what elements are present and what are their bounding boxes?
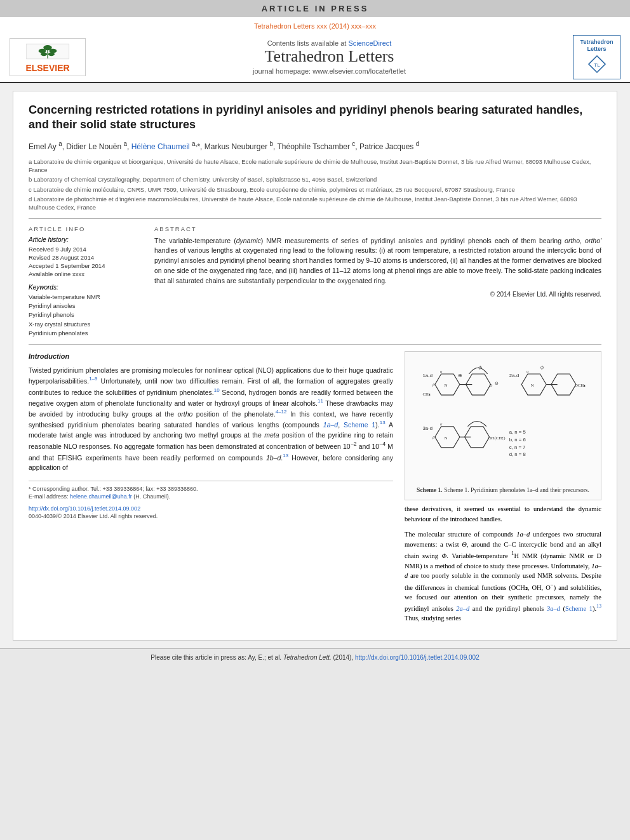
tetlett-diamond-icon: TL <box>587 55 607 74</box>
tetlett-logo: TetrahedronLetters TL <box>573 35 620 79</box>
contents-line: Contents lists available at ScienceDirec… <box>86 39 573 47</box>
article-info-section: Article history: Received 9 July 2014 Re… <box>29 236 143 338</box>
journal-citation-header: Tetrahedron Letters xxx (2014) xxx–xxx <box>0 17 630 32</box>
ref-4-12[interactable]: 4–12 <box>276 409 287 415</box>
svg-point-6 <box>48 52 55 56</box>
corresponding-author-note: * Corresponding author. Tel.: +33 389336… <box>29 485 393 493</box>
svg-text:α: α <box>440 369 443 373</box>
svg-text:Φ: Φ <box>478 365 482 371</box>
doi-links: http://dx.doi.org/10.1016/j.tetlet.2014.… <box>29 505 393 521</box>
revised-date: Revised 28 August 2014 <box>29 253 143 262</box>
svg-text:OH(CH₂): OH(CH₂) <box>488 436 506 441</box>
svg-text:β: β <box>432 382 435 387</box>
abstract-label: ABSTRACT <box>154 225 601 232</box>
scheme-caption: Scheme 1. Scheme 1. Pyridinium phenolate… <box>410 486 596 495</box>
abstract-col: ABSTRACT The variable-temperature (dynam… <box>154 225 601 338</box>
affil-c: c Laboratoire de chimie moléculaire, CNR… <box>29 185 601 194</box>
email-link[interactable]: helene.chaumeil@uha.fr <box>70 493 132 500</box>
svg-text:TL: TL <box>594 62 600 68</box>
scheme-1-svg: 1a-d N ⊕ O ⊖ <box>410 357 596 484</box>
journal-center-header: Contents lists available at ScienceDirec… <box>86 39 573 75</box>
keyword-2: Pyridinyl anisoles <box>29 302 143 310</box>
ref-11[interactable]: 11 <box>318 398 323 404</box>
svg-text:β: β <box>432 435 435 439</box>
svg-text:c, n = 7: c, n = 7 <box>509 444 526 450</box>
history-label: Article history: <box>29 236 143 243</box>
svg-text:b, n = 6: b, n = 6 <box>509 437 526 443</box>
body-section: Introduction Twisted pyridinium phenolat… <box>29 344 601 629</box>
article-info-label: ARTICLE INFO <box>29 225 143 232</box>
article-title: Concerning restricted rotations in pyrid… <box>29 103 601 133</box>
svg-text:2a-d: 2a-d <box>509 373 519 378</box>
affil-a: a Laboratoire de chimie organique et bio… <box>29 157 601 175</box>
footnote-section: * Corresponding author. Tel.: +33 389336… <box>29 481 393 521</box>
article-content: Concerning restricted rotations in pyrid… <box>13 91 617 641</box>
svg-text:1a-d: 1a-d <box>422 373 432 378</box>
svg-text:α: α <box>440 422 443 426</box>
contents-prefix: Contents lists available at <box>267 39 349 47</box>
ref-13a[interactable]: 13 <box>380 420 385 425</box>
svg-text:3a-d: 3a-d <box>422 425 432 431</box>
author-helene-affil: a,*, Markus Neuburger b, Théophile Tscha… <box>192 142 419 151</box>
svg-text:d, n = 8: d, n = 8 <box>509 451 526 457</box>
available-online: Available online xxxx <box>29 270 143 278</box>
svg-text:Φ: Φ <box>540 365 544 371</box>
article-info-abstract-cols: ARTICLE INFO Article history: Received 9… <box>29 218 601 338</box>
ref-1-9[interactable]: 1–9 <box>89 376 97 382</box>
accepted-date: Accepted 1 September 2014 <box>29 262 143 270</box>
affil-b: b Laboratory of Chemical Crystallography… <box>29 175 601 183</box>
article-in-press-banner: ARTICLE IN PRESS <box>0 0 630 17</box>
keywords-label: Keywords: <box>29 284 143 291</box>
keyword-3: Pyridinyl phenols <box>29 310 143 319</box>
author-emel: Emel Ay a, Didier Le Nouën a, <box>29 142 131 151</box>
sciencedirect-link[interactable]: ScienceDirect <box>348 39 391 47</box>
article-info-col: ARTICLE INFO Article history: Received 9… <box>29 225 143 338</box>
keyword-5: Pyridinium phenolates <box>29 329 143 338</box>
elsevier-wordmark: ELSEVIER <box>25 63 69 73</box>
doi-link-1[interactable]: http://dx.doi.org/10.1016/j.tetlet.2014.… <box>29 505 140 512</box>
svg-point-5 <box>41 52 47 56</box>
svg-text:a, n = 5: a, n = 5 <box>509 429 526 435</box>
introduction-heading: Introduction <box>29 351 393 362</box>
ref-13b[interactable]: 13 <box>283 453 288 458</box>
email-label: E-mail address: <box>29 493 70 500</box>
body-text-col: Introduction Twisted pyridinium phenolat… <box>29 351 393 629</box>
svg-text:N: N <box>445 436 448 440</box>
body-right-col: 1a-d N ⊕ O ⊖ <box>405 351 601 629</box>
svg-text:CH₃: CH₃ <box>422 392 430 396</box>
svg-text:OCH₃: OCH₃ <box>575 383 586 387</box>
svg-text:α: α <box>526 369 529 373</box>
svg-text:⊖: ⊖ <box>495 381 499 385</box>
scheme-caption-text: Scheme 1. Pyridinium phenolates 1a–d and… <box>444 487 589 493</box>
svg-text:⊕: ⊕ <box>458 373 462 378</box>
scheme-label: Scheme 1. <box>417 487 444 493</box>
elsevier-logo: ELSEVIER <box>10 38 86 76</box>
journal-citation-link[interactable]: Tetrahedron Letters xxx (2014) xxx–xxx <box>254 22 376 30</box>
scheme-box: 1a-d N ⊕ O ⊖ <box>405 351 601 500</box>
right-col-continued-text: these derivatives, it seemed us essentia… <box>405 504 601 524</box>
keyword-1: Variable-temperature NMR <box>29 293 143 302</box>
page-wrapper: ARTICLE IN PRESS Tetrahedron Letters xxx… <box>0 0 630 666</box>
email-note: E-mail address: helene.chaumeil@uha.fr (… <box>29 493 393 501</box>
intro-paragraph-1: Twisted pyridinium phenolates are promis… <box>29 366 393 473</box>
tetlett-logo-title: TetrahedronLetters <box>580 39 613 53</box>
affiliations-block: a Laboratoire de chimie organique et bio… <box>29 157 601 212</box>
keyword-4: X-ray crystal structures <box>29 320 143 329</box>
elsevier-logo-svg <box>19 41 76 62</box>
author-helene[interactable]: Hélène Chaumeil <box>131 142 190 151</box>
svg-text:N: N <box>531 383 534 387</box>
svg-text:O: O <box>490 383 493 387</box>
citation-prefix: Please cite this article in press as: Ay… <box>151 654 355 661</box>
authors-line: Emel Ay a, Didier Le Nouën a, Hélène Cha… <box>29 139 601 152</box>
doi-link-bottom[interactable]: http://dx.doi.org/10.1016/j.tetlet.2014.… <box>355 654 479 661</box>
copyright-line: © 2014 Elsevier Ltd. All rights reserved… <box>154 291 601 298</box>
right-col-paragraph-2: The molecular structure of compounds 1a–… <box>405 530 601 623</box>
ref-10[interactable]: 10 <box>214 387 220 393</box>
email-author: (H. Chaumeil). <box>133 493 170 500</box>
ref-13c[interactable]: 13 <box>596 603 601 609</box>
svg-text:N: N <box>445 383 448 387</box>
journal-title: Tetrahedron Letters <box>86 47 573 66</box>
bottom-citation-bar: Please cite this article in press as: Ay… <box>0 648 630 666</box>
abstract-text: The variable-temperature (dynamic) NMR m… <box>154 236 601 286</box>
homepage-line: journal homepage: www.elsevier.com/locat… <box>86 67 573 75</box>
